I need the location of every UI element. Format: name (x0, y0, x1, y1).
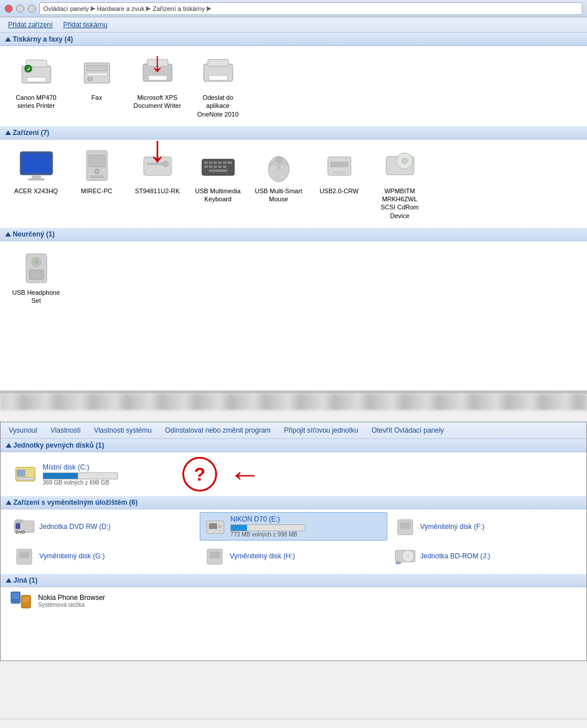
device-usb-headphone[interactable]: USB Headphone Set (9, 247, 63, 307)
drive-g-icon (13, 546, 36, 566)
close-btn[interactable] (5, 5, 13, 13)
dvd-svg: DVD (13, 517, 35, 536)
breadcrumb-part3: Zařízení a tiskárny (152, 5, 204, 12)
bd-svg: BD (394, 547, 416, 565)
collapse-triangle[interactable] (5, 37, 11, 42)
device-mirec[interactable]: MIREC-PC (69, 145, 124, 222)
device-usb-crw[interactable]: USB2.0-CRW (312, 145, 367, 222)
device-cdrom-icon (382, 148, 418, 185)
unassigned-grid: USB Headphone Set (0, 241, 587, 313)
drive-c-name: Místní disk (C:) (43, 463, 166, 471)
removable-triangle[interactable] (6, 500, 12, 505)
hard-drives-triangle[interactable] (6, 443, 12, 448)
open-control-panel-button[interactable]: Otevřít Ovládací panely (369, 425, 446, 436)
mouse-svg (260, 149, 297, 183)
printer-onenote-icon (200, 54, 237, 91)
uninstall-button[interactable]: Odinstalovat nebo změnit program (163, 425, 273, 436)
devices-window: Ovládací panely ▶ Hardware a zvuk ▶ Zaří… (0, 0, 587, 391)
max-btn[interactable] (28, 5, 36, 13)
printer-xps[interactable]: ↓ Microsoft XPS Document Writer (130, 52, 185, 121)
red-arrow-down-icon: ↓ (151, 48, 164, 76)
svg-rect-38 (209, 170, 227, 172)
unassigned-section-label: Neurčený (1) (13, 230, 55, 238)
svg-rect-7 (87, 73, 107, 76)
drive-f[interactable]: Vyměnitelný disk (F:) (390, 512, 578, 541)
nokia-info: Nokia Phone Browser Systémová složka (38, 594, 105, 608)
drive-j-icon: BD (394, 546, 417, 566)
svg-rect-16 (23, 154, 50, 172)
computer-toolbar: Vysunout Vlastnosti Vlastnosti systému O… (1, 422, 586, 439)
drive-c[interactable]: Místní disk (C:) 369 GB volných z 698 GB (9, 460, 171, 489)
removable-f-svg (394, 517, 416, 536)
drive-g[interactable]: Vyměnitelný disk (G:) (9, 543, 197, 568)
drive-h-info: Vyměnitelný disk (H:) (230, 552, 295, 560)
device-cdrom[interactable]: WPMBITM MRKH6ZWL SCSI CdRom Device (372, 145, 427, 222)
drive-j[interactable]: BD Jednotka BD-ROM (J:) (390, 543, 578, 568)
removable-h-svg (204, 547, 226, 565)
min-btn[interactable] (16, 5, 24, 13)
removable-g-svg (13, 547, 35, 565)
removable-section-header: Zařízení s vyměnitelným úložištěm (6) (1, 496, 586, 509)
unassigned-collapse-triangle[interactable] (5, 232, 11, 237)
device-keyboard-label: USB Multimedia Keyboard (193, 187, 243, 204)
canon-printer-svg: ✓ (19, 57, 54, 89)
breadcrumb-part1: Ovládací panely (43, 5, 89, 12)
svg-rect-76 (23, 596, 29, 602)
device-mouse[interactable]: USB Multi-Smart Mouse (251, 145, 306, 222)
printer-fax-label: Fax (91, 93, 102, 102)
computer-window: Vysunout Vlastnosti Vlastnosti systému O… (0, 422, 587, 661)
add-device-button[interactable]: Přidat zařízení (6, 20, 55, 30)
add-printer-button[interactable]: Přidat tiskárnu (61, 20, 110, 30)
svg-rect-36 (218, 166, 222, 168)
printer-canon-icon: ✓ (18, 54, 55, 91)
device-st94[interactable]: ↓ ST94811U2-RK (130, 145, 185, 222)
other-section-label: Jiná (1) (13, 576, 38, 584)
connect-network-button[interactable]: Připojit síťovou jednotku (282, 425, 361, 436)
hard-drives-label: Jednotky pevných disků (1) (13, 441, 104, 449)
device-st94-icon: ↓ (139, 148, 176, 185)
device-usb-crw-icon (321, 148, 358, 185)
keyboard-svg (200, 152, 237, 180)
printers-grid: ✓ Canon MP470 series Printer Fax (0, 46, 587, 126)
svg-rect-27 (204, 162, 208, 164)
drive-d[interactable]: DVD Jednotka DVD RW (D:) (9, 512, 197, 541)
other-triangle[interactable] (6, 578, 12, 583)
svg-text:BD: BD (396, 561, 401, 565)
svg-rect-34 (209, 166, 212, 168)
printer-canon[interactable]: ✓ Canon MP470 series Printer (9, 52, 63, 121)
drive-h[interactable]: Vyměnitelný disk (H:) (200, 543, 387, 568)
drive-e[interactable]: NIKON D70 (E:) 773 MB volných z 998 MB (200, 512, 387, 541)
device-keyboard[interactable]: USB Multimedia Keyboard (190, 145, 245, 222)
drive-j-info: Jednotka BD-ROM (J:) (420, 552, 490, 560)
usb-drive-svg (204, 517, 226, 536)
svg-text:DVD: DVD (16, 530, 25, 535)
device-acer[interactable]: ACER X243HQ (9, 145, 63, 222)
address-bar[interactable]: Ovládací panely ▶ Hardware a zvuk ▶ Zaří… (39, 2, 582, 15)
blurred-bar (0, 394, 587, 410)
svg-point-51 (34, 260, 39, 264)
svg-rect-18 (28, 178, 44, 181)
eject-button[interactable]: Vysunout (6, 425, 40, 436)
red-arrow-left-icon: ← (229, 458, 261, 490)
svg-rect-55 (17, 478, 34, 480)
printer-onenote[interactable]: Odeslat do aplikace OneNote 2010 (190, 52, 245, 121)
device-usb-crw-label: USB2.0-CRW (320, 187, 359, 195)
drive-e-bar-wrap (230, 524, 305, 531)
svg-rect-64 (400, 522, 410, 529)
drive-g-name: Vyměnitelný disk (G:) (39, 552, 105, 560)
properties-button[interactable]: Vlastnosti (48, 425, 83, 436)
removable-section-label: Zařízení s vyměnitelným úložištěm (6) (13, 498, 137, 506)
devices-collapse-triangle[interactable] (5, 130, 11, 135)
svg-rect-14 (209, 76, 227, 80)
window-chrome: Ovládací panely ▶ Hardware a zvuk ▶ Zaří… (0, 0, 587, 17)
nokia-browser[interactable]: Nokia Phone Browser Systémová složka (1, 587, 586, 614)
svg-rect-43 (330, 162, 349, 167)
devices-toolbar: Přidat zařízení Přidat tiskárnu (0, 17, 587, 33)
other-section-header: Jiná (1) (1, 574, 586, 587)
printer-fax[interactable]: Fax (69, 52, 124, 121)
svg-rect-17 (32, 175, 41, 178)
drive-d-icon: DVD (13, 516, 36, 536)
drive-e-free: 773 MB volných z 998 MB (230, 531, 305, 538)
system-properties-button[interactable]: Vlastnosti systému (92, 425, 154, 436)
big-red-arrow-down-icon: ↓ (148, 130, 167, 167)
